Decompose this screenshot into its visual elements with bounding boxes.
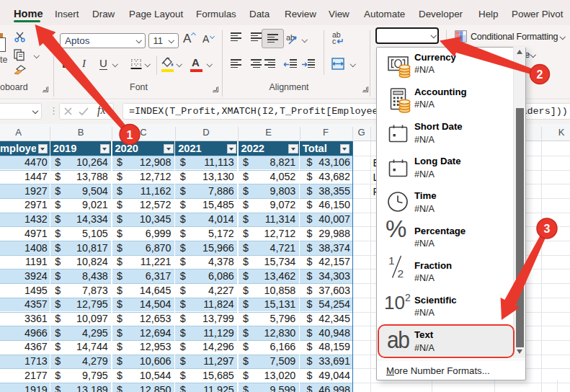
svg-text:2: 2 bbox=[398, 267, 404, 279]
svg-text:1: 1 bbox=[388, 255, 395, 267]
svg-text:c: c bbox=[332, 37, 336, 45]
